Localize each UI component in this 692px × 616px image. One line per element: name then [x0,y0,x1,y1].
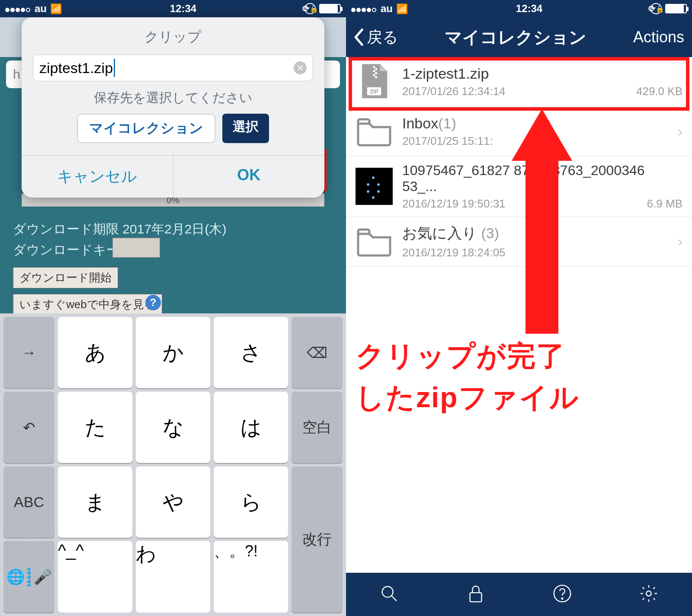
svg-text:ZIP: ZIP [370,88,378,95]
folder-name: お気に入り (3) [402,223,668,243]
file-row-inbox[interactable]: Inbox(1) 2017/01/25 15:11: › [346,107,692,156]
download-key-label: ダウンロードキー [13,241,119,259]
rotation-lock-icon: 🔒 [304,3,316,14]
status-time: 12:34 [170,3,196,15]
file-name: 1-ziptest1.zip [402,65,682,82]
actions-button[interactable]: Actions [633,28,684,46]
status-bar-right: au 12:34 🔒 [346,0,692,17]
key-na[interactable]: な [136,392,210,463]
tab-settings[interactable] [639,584,659,605]
key-ka[interactable]: か [136,317,210,388]
file-list: ZIP 1-ziptest1.zip 2017/01/26 12:34:1442… [346,57,692,573]
folder-icon [356,113,393,150]
view-web-button[interactable]: いますぐwebで中身を見る [13,294,162,315]
ok-button[interactable]: OK [173,156,325,198]
svg-point-5 [562,598,563,599]
key-abc[interactable]: ABC [3,466,54,538]
clear-input-icon[interactable]: ✕ [294,61,307,74]
carrier-label: au [381,3,393,15]
chevron-right-icon: › [678,233,682,249]
deadline-text: ダウンロード期限 2017年2月2日(木) [13,220,226,238]
key-next[interactable]: → [3,317,54,388]
svg-rect-3 [470,593,482,602]
key-ma[interactable]: ま [58,466,132,538]
chevron-right-icon: › [678,124,682,140]
battery-icon [665,4,687,13]
select-button[interactable]: 選択 [222,114,269,143]
key-undo[interactable]: ↶ [3,392,54,463]
key-wa[interactable]: わ [136,541,210,613]
nav-bar: 戻る マイコレクション Actions [346,17,692,57]
file-row-zip[interactable]: ZIP 1-ziptest1.zip 2017/01/26 12:34:1442… [346,57,692,107]
carrier-label: au [35,3,47,15]
key-ya[interactable]: や [136,466,210,538]
cancel-button[interactable]: キャンセル [22,156,173,198]
clip-modal: クリップ ziptest1.zip ✕ 保存先を選択してください マイコレクショ… [22,17,324,198]
svg-point-6 [646,591,651,596]
signal-dots-icon [351,3,377,15]
left-screen: h ダウンロード期限 2017年2月2日(木) ダウンロードキー ダウンロード開… [0,0,346,616]
key-backspace[interactable]: ⌫ [292,317,343,388]
battery-icon [319,4,341,13]
key-space[interactable]: 空白 [292,392,343,463]
rotation-lock-icon: 🔒 [650,3,662,14]
key-ha[interactable]: は [214,392,288,463]
nav-title: マイコレクション [445,26,586,49]
key-ta[interactable]: た [58,392,132,463]
tab-help[interactable] [552,584,572,605]
key-ra[interactable]: ら [214,466,288,538]
destination-button[interactable]: マイコレクション [77,114,215,143]
right-screen: au 12:34 🔒 戻る マイコレクション Actions ZIP 1-zip… [346,0,692,616]
svg-point-2 [382,587,393,597]
folder-icon [356,223,393,260]
file-row-image[interactable]: 10975467_61827 878273763_2000346 53_... … [346,156,692,217]
wifi-icon [50,3,62,15]
file-name: 10975467_61827 878273763_2000346 53_... [402,163,682,195]
download-start-button[interactable]: ダウンロード開始 [13,267,118,288]
status-bar: au 12:34 🔒 [0,0,346,17]
tab-bar [346,573,692,616]
destination-label: 保存先を選択してください [22,89,324,107]
chevron-left-icon [354,29,365,46]
annotation-text: クリップが完了したzipファイル [356,335,580,418]
tab-lock[interactable] [466,584,486,605]
file-row-favorites[interactable]: お気に入り (3) 2016/12/19 18:24:05 › [346,217,692,267]
wifi-icon [396,3,408,15]
key-mic-icon[interactable]: 🎤 [31,541,54,613]
key-punct[interactable]: 、。?! [214,541,288,613]
help-icon[interactable]: ? [145,295,161,310]
zip-icon: ZIP [356,63,393,100]
back-button[interactable]: 戻る [354,27,398,48]
signal-dots-icon [5,3,31,15]
tab-search[interactable] [379,584,399,605]
key-sa[interactable]: さ [214,317,288,388]
status-time: 12:34 [516,3,542,15]
image-thumbnail [356,168,393,205]
key-smallkana[interactable]: ^_^ [58,541,132,613]
folder-name: Inbox(1) [402,115,668,132]
filename-input[interactable]: ziptest1.zip ✕ [33,54,313,81]
key-globe-icon[interactable]: 🌐 [3,541,27,613]
modal-title: クリップ [22,28,324,47]
key-a[interactable]: あ [58,317,132,388]
download-key-input[interactable] [112,238,160,258]
